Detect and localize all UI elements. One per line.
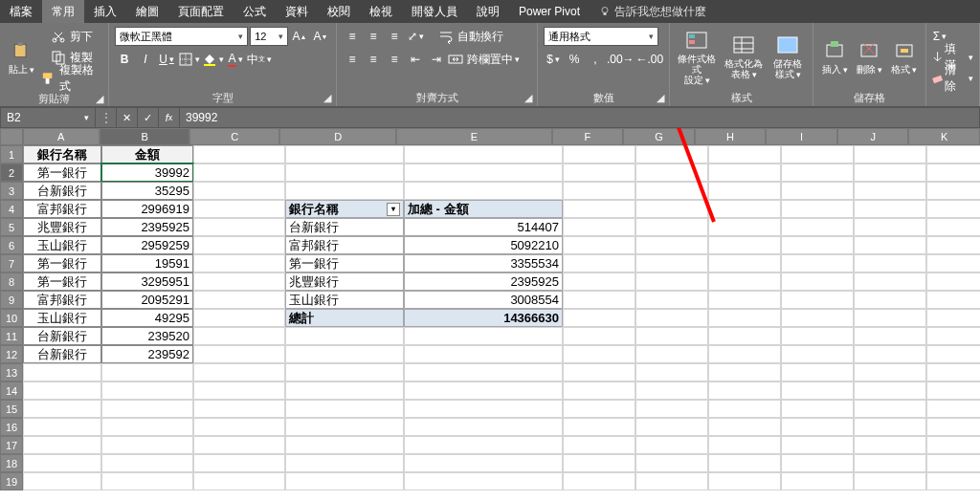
cell[interactable]	[926, 418, 980, 436]
cell[interactable]	[926, 436, 980, 454]
cell[interactable]	[193, 472, 285, 490]
row-header[interactable]: 17	[0, 436, 23, 454]
cell[interactable]	[635, 400, 708, 418]
increase-font-button[interactable]: A▲	[290, 27, 309, 46]
cell[interactable]: 14366630	[404, 309, 563, 327]
row-header[interactable]: 6	[0, 236, 23, 254]
cell[interactable]	[193, 272, 285, 291]
cell[interactable]: 第一銀行	[285, 254, 404, 272]
cell[interactable]	[926, 254, 980, 272]
delete-cells-button[interactable]: 刪除	[854, 39, 884, 76]
phonetic-button[interactable]: 中文	[247, 50, 272, 69]
cell[interactable]	[781, 454, 854, 472]
cell[interactable]	[101, 436, 193, 454]
cell[interactable]	[781, 291, 854, 309]
cell[interactable]: 514407	[404, 218, 563, 236]
cell[interactable]	[193, 200, 285, 218]
select-all-corner[interactable]	[0, 128, 23, 145]
increase-decimal-button[interactable]: .00→	[607, 50, 635, 69]
cell[interactable]	[563, 218, 635, 236]
cell[interactable]	[926, 200, 980, 218]
clipboard-launcher[interactable]: ◢	[93, 92, 106, 105]
tab-formulas[interactable]: 公式	[234, 0, 276, 23]
cell[interactable]	[781, 472, 854, 490]
cell[interactable]	[404, 400, 563, 418]
cell[interactable]	[781, 309, 854, 327]
cell[interactable]	[285, 418, 404, 436]
comma-button[interactable]: ,	[586, 50, 605, 69]
cell[interactable]	[708, 418, 781, 436]
cancel-formula[interactable]: ⋮	[96, 107, 117, 128]
cell[interactable]	[854, 381, 926, 400]
cell[interactable]: 39992	[101, 163, 193, 182]
tab-developer[interactable]: 開發人員	[402, 0, 467, 23]
cell[interactable]	[926, 472, 980, 490]
cell[interactable]: 3295951	[101, 272, 193, 291]
cell[interactable]	[285, 363, 404, 381]
cell[interactable]	[563, 418, 635, 436]
cell[interactable]	[635, 472, 708, 490]
cell[interactable]	[708, 182, 781, 200]
row-header[interactable]: 10	[0, 309, 23, 327]
borders-button[interactable]	[178, 50, 200, 69]
decrease-decimal-button[interactable]: ←.00	[636, 50, 664, 69]
cell[interactable]	[926, 454, 980, 472]
cell[interactable]	[563, 291, 635, 309]
cell[interactable]	[708, 472, 781, 490]
orientation-button[interactable]: ⤢	[406, 27, 425, 46]
cell[interactable]	[23, 418, 101, 436]
cell[interactable]	[708, 363, 781, 381]
cell[interactable]	[854, 182, 926, 200]
cell[interactable]	[23, 363, 101, 381]
cell[interactable]	[854, 363, 926, 381]
tab-insert[interactable]: 插入	[84, 0, 126, 23]
cell[interactable]	[404, 327, 563, 345]
cell[interactable]	[635, 363, 708, 381]
cell[interactable]	[708, 309, 781, 327]
conditional-format-button[interactable]: 條件式格式 設定	[676, 29, 719, 86]
cell[interactable]	[563, 145, 635, 163]
cell[interactable]	[193, 236, 285, 254]
cell[interactable]	[563, 363, 635, 381]
align-bottom-button[interactable]: ≡	[385, 27, 404, 46]
cell[interactable]: 3008554	[404, 291, 563, 309]
name-box[interactable]: B2▾	[0, 107, 96, 128]
cell[interactable]	[854, 472, 926, 490]
cell[interactable]	[781, 345, 854, 363]
cell[interactable]	[708, 218, 781, 236]
cell[interactable]	[563, 182, 635, 200]
cell[interactable]	[926, 400, 980, 418]
cell[interactable]	[404, 472, 563, 490]
cell[interactable]: 金額	[101, 145, 193, 163]
row-header[interactable]: 9	[0, 291, 23, 309]
cell[interactable]	[708, 145, 781, 163]
cell[interactable]	[404, 436, 563, 454]
cell[interactable]: 2959259	[101, 236, 193, 254]
cell[interactable]	[781, 381, 854, 400]
cell[interactable]	[854, 400, 926, 418]
number-format-combo[interactable]: 通用格式▾	[544, 27, 658, 46]
tab-draw[interactable]: 繪圖	[126, 0, 168, 23]
cell[interactable]: 兆豐銀行	[285, 272, 404, 291]
cell[interactable]: 台新銀行	[23, 345, 101, 363]
cut-button[interactable]: 剪下	[40, 27, 102, 46]
cell[interactable]	[563, 309, 635, 327]
cell[interactable]	[285, 381, 404, 400]
cell[interactable]: 2095291	[101, 291, 193, 309]
cell[interactable]: 5092210	[404, 236, 563, 254]
cell[interactable]	[854, 418, 926, 436]
cell[interactable]	[193, 454, 285, 472]
paste-button[interactable]: 貼上	[6, 39, 36, 76]
cell[interactable]	[781, 400, 854, 418]
cell[interactable]	[926, 327, 980, 345]
cell[interactable]	[708, 272, 781, 291]
row-header[interactable]: 18	[0, 454, 23, 472]
cell[interactable]	[708, 381, 781, 400]
col-header-F[interactable]: F	[552, 128, 624, 145]
cell[interactable]	[708, 254, 781, 272]
col-header-B[interactable]: B	[100, 128, 189, 145]
cell[interactable]	[854, 327, 926, 345]
cell[interactable]	[854, 145, 926, 163]
cell[interactable]: 台新銀行	[23, 327, 101, 345]
cell[interactable]: 49295	[101, 309, 193, 327]
